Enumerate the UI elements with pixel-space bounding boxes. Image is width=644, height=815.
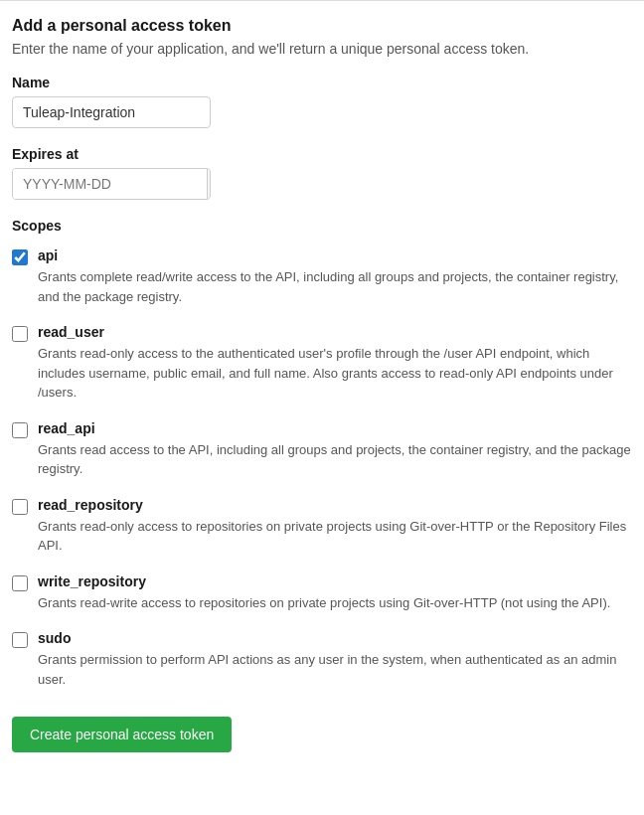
name-input[interactable] <box>12 96 211 128</box>
scope-desc-write_repository: Grants read-write access to repositories… <box>38 593 632 613</box>
scope-content-api: apiGrants complete read/write access to … <box>38 247 632 306</box>
scope-desc-read_api: Grants read access to the API, including… <box>38 440 632 479</box>
scope-content-read_user: read_userGrants read-only access to the … <box>38 324 632 403</box>
scope-desc-read_user: Grants read-only access to the authentic… <box>38 344 632 403</box>
scope-name-write_repository: write_repository <box>38 573 632 589</box>
scope-content-read_repository: read_repositoryGrants read-only access t… <box>38 497 632 556</box>
scope-checkbox-sudo[interactable] <box>12 632 28 648</box>
scope-content-write_repository: write_repositoryGrants read-write access… <box>38 573 632 613</box>
scope-item-read_user: read_userGrants read-only access to the … <box>12 324 632 403</box>
page-title: Add a personal access token <box>12 17 632 35</box>
scope-name-read_user: read_user <box>38 324 632 340</box>
page-description: Enter the name of your application, and … <box>12 41 632 57</box>
create-token-button[interactable]: Create personal access token <box>12 717 232 752</box>
scope-item-write_repository: write_repositoryGrants read-write access… <box>12 573 632 613</box>
scopes-group: Scopes apiGrants complete read/write acc… <box>12 218 632 689</box>
scope-item-sudo: sudoGrants permission to perform API act… <box>12 630 632 689</box>
name-field-group: Name <box>12 75 632 128</box>
expires-field-group: Expires at <box>12 146 632 200</box>
scope-item-read_repository: read_repositoryGrants read-only access t… <box>12 497 632 556</box>
name-label: Name <box>12 75 632 90</box>
date-input-wrapper <box>12 168 211 200</box>
page-container: Add a personal access token Enter the na… <box>0 0 644 768</box>
scope-checkbox-write_repository[interactable] <box>12 575 28 591</box>
scope-checkbox-read_user[interactable] <box>12 326 28 342</box>
scope-item-api: apiGrants complete read/write access to … <box>12 247 632 306</box>
scope-content-read_api: read_apiGrants read access to the API, i… <box>38 420 632 479</box>
scope-checkbox-read_repository[interactable] <box>12 499 28 515</box>
scope-item-read_api: read_apiGrants read access to the API, i… <box>12 420 632 479</box>
scope-checkbox-read_api[interactable] <box>12 422 28 438</box>
scopes-list: apiGrants complete read/write access to … <box>12 247 632 689</box>
scope-desc-sudo: Grants permission to perform API actions… <box>38 650 632 689</box>
scope-desc-api: Grants complete read/write access to the… <box>38 267 632 306</box>
scope-name-read_repository: read_repository <box>38 497 632 513</box>
expires-input[interactable] <box>13 169 207 199</box>
calendar-button[interactable] <box>207 169 211 199</box>
scope-name-read_api: read_api <box>38 420 632 436</box>
scope-name-api: api <box>38 247 632 263</box>
scope-content-sudo: sudoGrants permission to perform API act… <box>38 630 632 689</box>
scope-desc-read_repository: Grants read-only access to repositories … <box>38 517 632 556</box>
scope-checkbox-api[interactable] <box>12 249 28 265</box>
expires-label: Expires at <box>12 146 632 162</box>
scopes-label: Scopes <box>12 218 632 234</box>
scope-name-sudo: sudo <box>38 630 632 646</box>
